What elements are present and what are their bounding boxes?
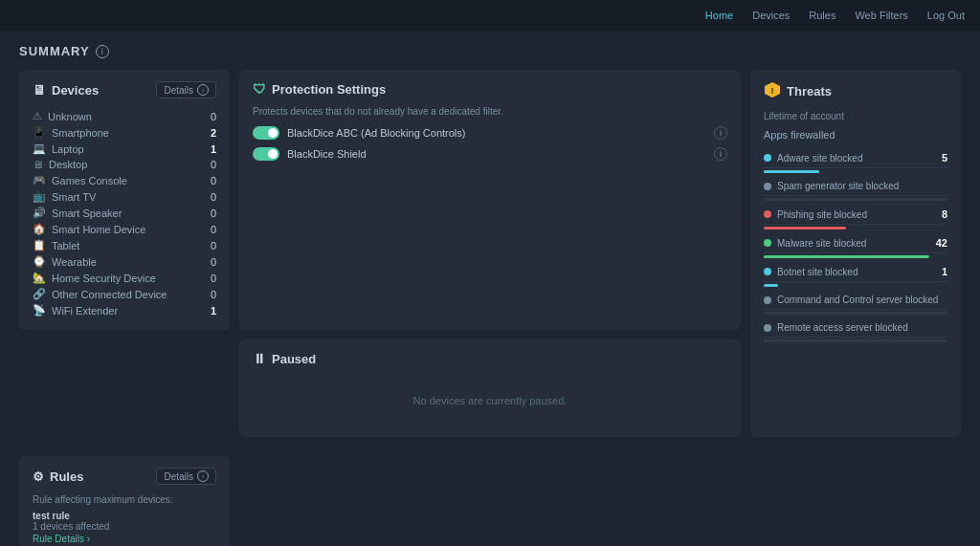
nav-home[interactable]: Home bbox=[705, 10, 733, 21]
protection-title: 🛡 Protection Settings bbox=[253, 81, 386, 97]
threat-label: Adware site blocked bbox=[777, 153, 863, 164]
rules-description: Rule affecting maximum devices: bbox=[33, 494, 216, 505]
device-count: 0 bbox=[211, 175, 216, 186]
threat-row: Adware site blocked 5 bbox=[764, 148, 947, 173]
threat-count: 1 bbox=[942, 266, 947, 277]
device-type-icon: 🔗 bbox=[33, 288, 46, 300]
device-count: 0 bbox=[211, 256, 216, 268]
protection-settings-list: BlackDice ABC (Ad Blocking Controls) i B… bbox=[253, 126, 727, 161]
threats-subtitle: Lifetime of account bbox=[764, 111, 947, 121]
rules-card-header: ⚙ Rules Details › bbox=[33, 468, 216, 485]
threat-label: Malware site blocked bbox=[777, 238, 866, 249]
dashboard-grid: 🖥 Devices Details › ⚠ Unknown 0 📱 Smartp… bbox=[19, 70, 961, 447]
summary-info-icon[interactable]: i bbox=[96, 45, 109, 58]
threat-label: Spam generator site blocked bbox=[777, 181, 899, 191]
rule1-affected: 1 devices affected bbox=[33, 521, 216, 532]
device-row: 📺 Smart TV 0 bbox=[33, 188, 216, 205]
device-type-icon: ⌚ bbox=[33, 255, 46, 268]
device-label: Smart TV bbox=[52, 191, 96, 203]
device-count: 0 bbox=[211, 273, 216, 284]
paused-card-header: ⏸ Paused bbox=[253, 351, 727, 366]
device-row: 📡 WiFi Extender 1 bbox=[33, 302, 216, 318]
devices-icon: 🖥 bbox=[33, 82, 46, 98]
device-count: 2 bbox=[211, 127, 216, 139]
device-row: 🎮 Games Console 0 bbox=[33, 172, 216, 188]
device-row: 📱 Smartphone 2 bbox=[33, 124, 216, 141]
device-label: Smartphone bbox=[52, 127, 109, 139]
rule1-name: test rule bbox=[33, 511, 216, 521]
devices-details-button[interactable]: Details › bbox=[156, 81, 216, 98]
threat-dot bbox=[764, 154, 771, 162]
device-row: 💻 Laptop 1 bbox=[33, 141, 216, 157]
threat-bar bbox=[764, 255, 929, 258]
device-label: WiFi Extender bbox=[52, 305, 118, 317]
device-type-icon: 📡 bbox=[33, 304, 46, 317]
threat-count: 42 bbox=[936, 237, 947, 249]
main-content: SUMMARY i 🖥 Devices Details › ⚠ Unknown … bbox=[0, 31, 980, 546]
protection-toggle[interactable] bbox=[253, 126, 279, 140]
threats-shield-icon: ! bbox=[764, 81, 781, 101]
protection-subtitle: Protects devices that do not already hav… bbox=[253, 106, 727, 117]
device-row: 🖥 Desktop 0 bbox=[33, 157, 216, 172]
rules-details-info-icon: › bbox=[197, 470, 209, 482]
device-row: 🔗 Other Connected Device 0 bbox=[33, 286, 216, 302]
device-type-icon: 💻 bbox=[33, 142, 46, 155]
device-row: ⚠ Unknown 0 bbox=[33, 108, 216, 124]
threats-card-header: ! Threats bbox=[764, 81, 947, 101]
threat-bar bbox=[764, 170, 819, 173]
threats-card: ! Threats Lifetime of account Apps firew… bbox=[750, 70, 961, 437]
threat-bar-empty bbox=[764, 312, 947, 315]
device-row: 🏡 Home Security Device 0 bbox=[33, 270, 216, 286]
protection-toggle[interactable] bbox=[253, 147, 279, 161]
device-label: Tablet bbox=[52, 240, 79, 251]
threats-title: ! Threats bbox=[764, 81, 832, 101]
device-count: 0 bbox=[211, 289, 216, 300]
device-label: Smart Speaker bbox=[52, 207, 122, 219]
threat-label: Phishing site blocked bbox=[777, 209, 867, 220]
device-label: Laptop bbox=[52, 143, 84, 155]
threat-bar bbox=[764, 284, 778, 287]
device-type-icon: 📱 bbox=[33, 126, 46, 139]
device-label: Games Console bbox=[52, 175, 127, 186]
device-row: 🔊 Smart Speaker 0 bbox=[33, 205, 216, 221]
threat-label: Command and Control server blocked bbox=[777, 295, 938, 305]
device-count: 0 bbox=[211, 224, 216, 235]
threat-row: Botnet site blocked 1 bbox=[764, 262, 947, 287]
protection-info-icon[interactable]: i bbox=[714, 126, 727, 140]
rules-card: ⚙ Rules Details › Rule affecting maximum… bbox=[19, 456, 230, 546]
rules-details-button[interactable]: Details › bbox=[156, 468, 216, 485]
threat-row: Command and Control server blocked bbox=[764, 291, 947, 315]
nav-web-filters[interactable]: Web Filters bbox=[855, 10, 907, 21]
threats-list: Adware site blocked 5 Spam generator sit… bbox=[764, 148, 947, 342]
threat-count: 8 bbox=[942, 208, 947, 220]
threat-dot bbox=[764, 239, 771, 247]
bottom-grid: ⚙ Rules Details › Rule affecting maximum… bbox=[19, 456, 961, 546]
nav-logout[interactable]: Log Out bbox=[927, 10, 965, 21]
threat-label: Botnet site blocked bbox=[777, 267, 858, 277]
nav-devices[interactable]: Devices bbox=[752, 10, 790, 21]
device-count: 1 bbox=[211, 305, 216, 317]
device-label: Unknown bbox=[48, 111, 92, 122]
threat-bar-empty bbox=[764, 198, 947, 201]
devices-card-header: 🖥 Devices Details › bbox=[33, 81, 216, 98]
paused-card: ⏸ Paused No devices are currently paused… bbox=[239, 339, 741, 437]
protection-card: 🛡 Protection Settings Protects devices t… bbox=[239, 70, 741, 330]
threat-row: Malware site blocked 42 bbox=[764, 233, 947, 258]
devices-details-info-icon: › bbox=[197, 84, 209, 96]
top-navigation: Home Devices Rules Web Filters Log Out bbox=[0, 0, 980, 31]
device-type-icon: 🔊 bbox=[33, 207, 46, 219]
device-count: 0 bbox=[211, 207, 216, 219]
device-count: 0 bbox=[211, 111, 216, 122]
device-label: Wearable bbox=[52, 256, 97, 268]
nav-rules[interactable]: Rules bbox=[809, 10, 835, 21]
device-label: Smart Home Device bbox=[52, 224, 145, 235]
svg-text:!: ! bbox=[771, 86, 774, 96]
protection-row: BlackDice ABC (Ad Blocking Controls) i bbox=[253, 126, 727, 140]
devices-card: 🖥 Devices Details › ⚠ Unknown 0 📱 Smartp… bbox=[19, 70, 230, 330]
protection-setting-label: BlackDice ABC (Ad Blocking Controls) bbox=[287, 127, 465, 139]
device-type-icon: 🎮 bbox=[33, 174, 46, 186]
rule1-details-link[interactable]: Rule Details › bbox=[33, 534, 216, 544]
protection-info-icon[interactable]: i bbox=[714, 147, 727, 161]
device-type-icon: 📺 bbox=[33, 190, 46, 203]
device-count: 0 bbox=[211, 159, 216, 170]
